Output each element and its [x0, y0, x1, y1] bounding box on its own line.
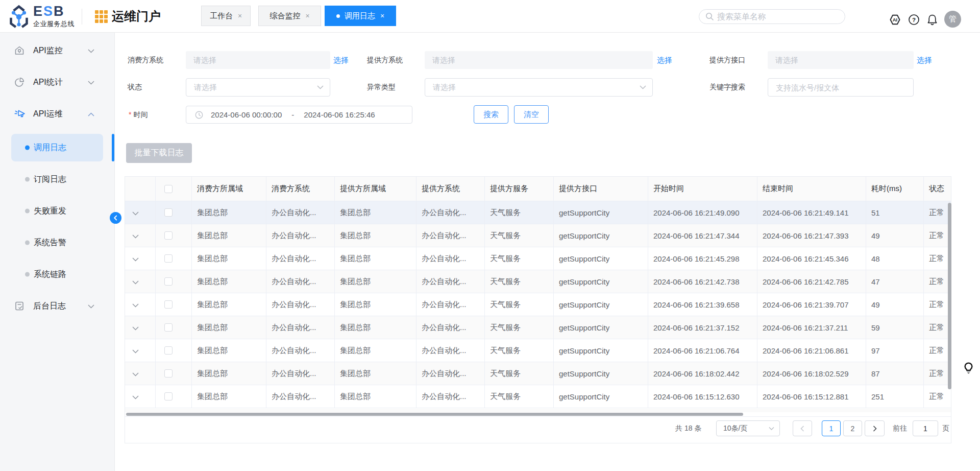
select-all-checkbox[interactable]	[164, 185, 173, 193]
provider-system-input[interactable]	[425, 51, 653, 69]
status-select[interactable]: 请选择	[186, 78, 330, 97]
sidebar-subitem-系统链路[interactable]: 系统链路	[0, 258, 114, 290]
table-row[interactable]: 集团总部办公自动化...集团总部办公自动化...天气服务getSupportCi…	[125, 339, 951, 362]
sidebar-subitem-系统告警[interactable]: 系统告警	[0, 227, 114, 258]
tab-close-icon[interactable]: ×	[305, 12, 309, 20]
table-row[interactable]: 集团总部办公自动化...集团总部办公自动化...天气服务getSupportCi…	[125, 224, 951, 247]
vertical-scrollbar[interactable]	[948, 203, 951, 389]
sidebar-item-API统计[interactable]: API统计	[0, 66, 114, 98]
sidebar-subitem-订阅日志[interactable]: 订阅日志	[0, 163, 114, 195]
row-expand-icon[interactable]	[132, 392, 139, 401]
select-all-header-cell	[156, 177, 192, 201]
row-checkbox[interactable]	[164, 254, 173, 263]
row-expand-icon[interactable]	[132, 277, 139, 286]
cell-end_time: 2024-06-06 16:21:49.141	[757, 201, 866, 224]
expand-all-header-cell	[125, 177, 156, 201]
exception-type-select[interactable]: 请选择	[425, 78, 653, 97]
svg-text:AI: AI	[893, 17, 898, 22]
table-body: 集团总部办公自动化...集团总部办公自动化...天气服务getSupportCi…	[125, 201, 951, 408]
row-expand-icon[interactable]	[132, 323, 139, 332]
sidebar-item-API监控[interactable]: API监控	[0, 35, 114, 66]
keyword-label: 关键字搜索	[709, 78, 745, 96]
cell-provider_interface: getSupportCity	[554, 224, 648, 247]
column-header-提供方所属域: 提供方所属域	[335, 177, 416, 201]
sidebar-subitem-调用日志[interactable]: 调用日志	[0, 132, 114, 163]
row-checkbox[interactable]	[164, 323, 173, 332]
row-checkbox[interactable]	[164, 231, 173, 240]
row-checkbox[interactable]	[164, 208, 173, 217]
row-expand-icon[interactable]	[132, 231, 139, 240]
batch-download-button[interactable]: 批量下载日志	[126, 143, 192, 163]
user-avatar[interactable]: 管	[944, 11, 961, 28]
goto-page-input[interactable]	[913, 420, 938, 436]
sidebar-collapse-button[interactable]	[110, 212, 121, 224]
notification-bell-icon[interactable]	[926, 14, 938, 25]
cell-consumer_system: 办公自动化...	[266, 270, 335, 293]
sidebar-item-API运维[interactable]: API运维	[0, 98, 114, 130]
row-checkbox[interactable]	[164, 277, 173, 286]
row-checkbox[interactable]	[164, 300, 173, 309]
horizontal-scrollbar[interactable]	[126, 413, 743, 416]
cell-start_time: 2024-06-06 16:21:45.298	[648, 247, 757, 270]
header-tab-工作台[interactable]: 工作台×	[201, 6, 251, 26]
cell-cost_ms: 97	[866, 339, 924, 362]
row-expand-icon[interactable]	[132, 369, 139, 378]
page-button-1[interactable]: 1	[822, 420, 841, 436]
cell-provider_system: 办公自动化...	[416, 270, 485, 293]
sidebar-submenu: 调用日志订阅日志失败重发系统告警系统链路	[0, 132, 114, 290]
header-tab-综合监控[interactable]: 综合监控×	[258, 6, 321, 26]
table-row[interactable]: 集团总部办公自动化...集团总部办公自动化...天气服务getSupportCi…	[125, 385, 951, 408]
page-size-select[interactable]: 10条/页	[716, 420, 780, 436]
page-button-2[interactable]: 2	[843, 420, 862, 436]
lightbulb-hint-icon[interactable]	[964, 362, 973, 374]
tab-bar: 工作台×综合监控×调用日志×	[201, 6, 396, 26]
sidebar-subitem-失败重发[interactable]: 失败重发	[0, 195, 114, 227]
tab-close-icon[interactable]: ×	[238, 12, 242, 20]
row-expand-icon[interactable]	[132, 346, 139, 355]
help-icon[interactable]: ?	[908, 14, 919, 25]
row-expand-icon[interactable]	[132, 300, 139, 309]
table-row[interactable]: 集团总部办公自动化...集团总部办公自动化...天气服务getSupportCi…	[125, 270, 951, 293]
keyword-input[interactable]	[768, 78, 914, 97]
cell-provider_system: 办公自动化...	[416, 247, 485, 270]
consumer-system-input[interactable]	[186, 51, 330, 69]
column-header-结束时间: 结束时间	[757, 177, 866, 201]
sidebar-subitem-label: 调用日志	[34, 143, 66, 153]
header-tab-调用日志[interactable]: 调用日志×	[325, 6, 396, 26]
search-button[interactable]: 搜索	[474, 105, 508, 124]
logo-letter: E	[33, 4, 43, 19]
ai-assistant-icon[interactable]: AI	[889, 14, 900, 25]
table-row[interactable]: 集团总部办公自动化...集团总部办公自动化...天气服务getSupportCi…	[125, 293, 951, 316]
provider-interface-input[interactable]	[768, 51, 914, 69]
checkbox-cell	[156, 293, 192, 316]
clear-button[interactable]: 清空	[514, 105, 549, 124]
cell-start_time: 2024-06-06 16:21:49.090	[648, 201, 757, 224]
table-row[interactable]: 集团总部办公自动化...集团总部办公自动化...天气服务getSupportCi…	[125, 247, 951, 270]
sidebar-subitem-label: 失败重发	[34, 206, 66, 217]
table-row[interactable]: 集团总部办公自动化...集团总部办公自动化...天气服务getSupportCi…	[125, 201, 951, 224]
provider-interface-select-link[interactable]: 选择	[917, 51, 932, 69]
next-page-button[interactable]	[865, 420, 885, 436]
column-header-消费方所属域: 消费方所属域	[192, 177, 266, 201]
provider-system-select-link[interactable]: 选择	[657, 51, 672, 69]
search-icon	[705, 12, 714, 21]
sidebar-item-后台日志[interactable]: 后台日志	[0, 290, 114, 322]
checkbox-cell	[156, 201, 192, 224]
cell-provider_domain: 集团总部	[335, 385, 416, 408]
tab-close-icon[interactable]: ×	[380, 12, 384, 20]
row-expand-icon[interactable]	[132, 208, 139, 217]
table-row[interactable]: 集团总部办公自动化...集团总部办公自动化...天气服务getSupportCi…	[125, 362, 951, 385]
pager: 12	[793, 420, 885, 436]
row-checkbox[interactable]	[164, 346, 173, 355]
time-range-picker[interactable]: 2024-06-06 00:00:00 - 2024-06-06 16:25:4…	[186, 106, 412, 124]
row-checkbox[interactable]	[164, 392, 173, 401]
menu-search-input[interactable]	[717, 12, 839, 21]
row-checkbox[interactable]	[164, 369, 173, 378]
table-row[interactable]: 集团总部办公自动化...集团总部办公自动化...天气服务getSupportCi…	[125, 316, 951, 339]
previous-page-button[interactable]	[793, 420, 812, 436]
menu-search[interactable]	[699, 9, 845, 24]
consumer-system-select-link[interactable]: 选择	[333, 51, 349, 69]
sidebar-subitem-label: 订阅日志	[34, 174, 66, 185]
row-expand-icon[interactable]	[132, 254, 139, 263]
expand-cell	[125, 339, 156, 362]
